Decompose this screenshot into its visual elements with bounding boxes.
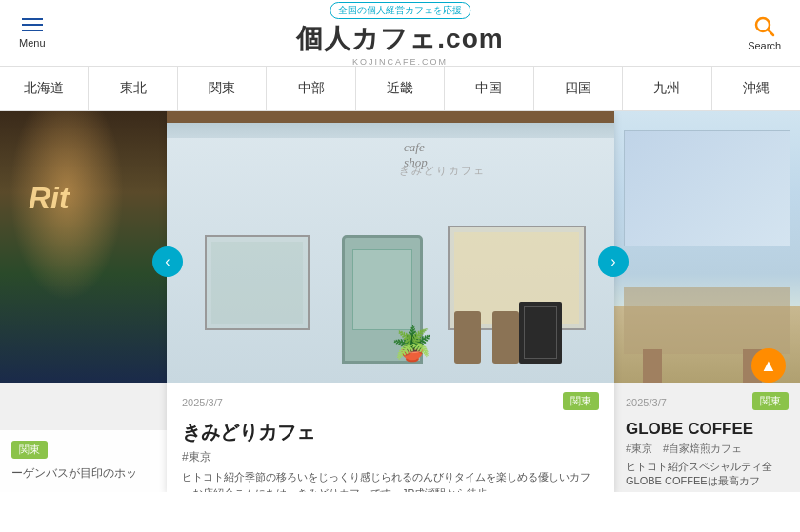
right-tag: 関東 bbox=[752, 392, 789, 410]
search-icon bbox=[753, 15, 776, 38]
table-surface bbox=[624, 287, 790, 354]
card-left-tag: 関東 bbox=[11, 441, 48, 459]
door-window bbox=[352, 249, 412, 330]
svg-line-1 bbox=[768, 30, 773, 35]
right-date: 2025/3/7 bbox=[626, 397, 667, 408]
card-left-partial[interactable]: 関東 ーゲンバスが目印のホッ bbox=[0, 111, 167, 492]
site-branding: 全国の個人経営カフェを応援 個人カフェ.com KOJINCAFE.COM bbox=[296, 0, 503, 67]
card-right-image bbox=[614, 111, 800, 383]
card-right-content: 2025/3/7 関東 GLOBE COFFEE #東京 #自家焙煎カフェ ヒト… bbox=[614, 383, 800, 492]
roof-trim bbox=[167, 111, 614, 123]
arrow-up-icon: ▲ bbox=[760, 356, 777, 376]
window-inner bbox=[211, 242, 303, 324]
region-nav: 北海道 東北 関東 中部 近畿 中国 四国 九州 沖縄 bbox=[0, 67, 800, 111]
card-left-image bbox=[0, 111, 167, 383]
card-center-image: cafeshop きみどりカフェ 🪴 bbox=[167, 111, 614, 383]
nav-tohoku[interactable]: 東北 bbox=[89, 67, 177, 110]
left-window bbox=[205, 235, 310, 330]
chair-left bbox=[643, 349, 662, 383]
hamburger-line-2 bbox=[22, 24, 43, 26]
hamburger-icon bbox=[22, 18, 43, 31]
nav-hokkaido[interactable]: 北海道 bbox=[0, 67, 89, 110]
site-title: 個人カフェ.com bbox=[296, 21, 503, 57]
plant-decoration: 🪴 bbox=[391, 325, 433, 364]
card-left-desc: ーゲンバスが目印のホッ bbox=[11, 464, 155, 483]
blackboard-inner bbox=[524, 306, 557, 359]
blackboard bbox=[519, 302, 562, 364]
chevron-left-icon: ‹ bbox=[165, 253, 170, 270]
nav-chugoku[interactable]: 中国 bbox=[445, 67, 533, 110]
right-desc: ヒトコト紹介スペシャルティ全GLOBE COFFEEは最高カフ bbox=[626, 460, 789, 489]
center-title: きみどりカフェ bbox=[182, 420, 599, 445]
next-arrow[interactable]: › bbox=[598, 246, 629, 277]
hamburger-line-3 bbox=[22, 30, 43, 31]
nav-kanto[interactable]: 関東 bbox=[178, 67, 267, 110]
site-subtitle: KOJINCAFE.COM bbox=[296, 57, 503, 67]
nav-shikoku[interactable]: 四国 bbox=[534, 67, 623, 110]
cafe-name-sign: きみどりカフェ bbox=[399, 164, 486, 178]
card-center-content: 2025/3/7 関東 きみどりカフェ #東京 ヒトコト紹介季節の移ろいをじっく… bbox=[167, 383, 614, 492]
nav-kinki[interactable]: 近畿 bbox=[356, 67, 445, 110]
search-button[interactable]: Search bbox=[748, 15, 781, 51]
card-left-content: 関東 ーゲンバスが目印のホッ bbox=[0, 430, 167, 492]
menu-button[interactable]: Menu bbox=[19, 18, 46, 49]
cards-area: ‹ 関東 ーゲンバスが目印のホッ bbox=[0, 111, 800, 492]
cafe-scene: cafeshop きみどりカフェ 🪴 bbox=[167, 111, 614, 383]
prev-arrow[interactable]: ‹ bbox=[152, 246, 183, 277]
center-desc: ヒトコト紹介季節の移ろいをじっくり感じられるのんびりタイムを楽しめる優しいカフェ… bbox=[182, 469, 599, 492]
right-meta: #東京 #自家焙煎カフェ bbox=[626, 442, 789, 456]
nav-okinawa[interactable]: 沖縄 bbox=[712, 67, 800, 110]
scroll-top-button[interactable]: ▲ bbox=[751, 348, 786, 383]
nav-kyushu[interactable]: 九州 bbox=[623, 67, 711, 110]
chevron-right-icon: › bbox=[610, 253, 615, 270]
stool-1 bbox=[454, 311, 481, 364]
center-date: 2025/3/7 bbox=[182, 397, 223, 408]
header: Menu 全国の個人経営カフェを応援 個人カフェ.com KOJINCAFE.C… bbox=[0, 0, 800, 67]
stools bbox=[454, 311, 519, 364]
center-tag: 関東 bbox=[563, 392, 599, 410]
hamburger-line-1 bbox=[22, 18, 43, 20]
card-right-partial[interactable]: 2025/3/7 関東 GLOBE COFFEE #東京 #自家焙煎カフェ ヒト… bbox=[614, 111, 800, 492]
card-center[interactable]: cafeshop きみどりカフェ 🪴 bbox=[167, 111, 614, 492]
nav-chubu[interactable]: 中部 bbox=[267, 67, 355, 110]
search-label: Search bbox=[748, 40, 781, 51]
right-title: GLOBE COFFEE bbox=[626, 420, 789, 439]
tagline: 全国の個人経営カフェを応援 bbox=[330, 2, 470, 19]
center-meta: #東京 bbox=[182, 449, 599, 465]
storefront-overlay bbox=[0, 111, 167, 383]
stool-2 bbox=[492, 311, 519, 364]
menu-label: Menu bbox=[19, 37, 46, 49]
